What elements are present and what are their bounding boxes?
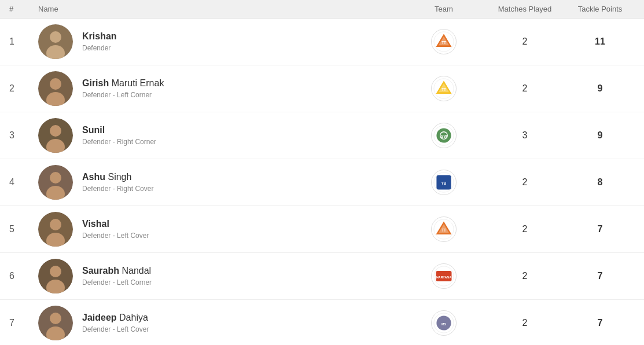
table-row: 1 Krishan Defender TT 2 11 — [0, 19, 644, 65]
matches-played-value: 2 — [484, 177, 565, 188]
player-info: Jaideep Dahiya Defender - Left Cover — [82, 313, 403, 333]
team-logo-circle: MS — [431, 310, 457, 336]
team-logo: TT — [403, 216, 484, 242]
team-logo: HARYANA — [403, 263, 484, 289]
player-position: Defender - Left Cover — [82, 325, 403, 333]
player-rank: 1 — [9, 36, 38, 47]
matches-played-value: 2 — [484, 83, 565, 94]
player-name: Girish Maruti Ernak — [82, 78, 403, 89]
avatar — [38, 165, 73, 200]
matches-played-value: 2 — [484, 224, 565, 234]
svg-text:YB: YB — [441, 181, 447, 185]
player-position: Defender - Right Corner — [82, 138, 403, 146]
table-header: # Name Team Matches Played Tackle Points — [0, 0, 644, 19]
player-rank: 6 — [9, 271, 38, 281]
team-logo-circle: HARYANA — [431, 263, 457, 289]
svg-point-41 — [50, 313, 61, 324]
player-rank: 5 — [9, 224, 38, 234]
avatar — [38, 259, 73, 293]
svg-text:HARYANA: HARYANA — [436, 276, 451, 279]
svg-point-28 — [50, 219, 61, 230]
player-info: Saurabh Nandal Defender - Left Corner — [82, 266, 403, 287]
table-row: 3 Sunil Defender - Right Corner GW 3 9 — [0, 112, 644, 159]
team-logo-circle: YB — [431, 170, 457, 195]
avatar — [38, 212, 73, 247]
avatar — [38, 306, 73, 340]
player-info: Girish Maruti Ernak Defender - Left Corn… — [82, 78, 403, 99]
player-position: Defender - Left Cover — [82, 232, 403, 240]
player-name: Sunil — [82, 125, 403, 135]
player-name: Krishan — [82, 31, 403, 42]
team-logo-circle: TT — [431, 76, 457, 101]
svg-text:TT: TT — [441, 41, 446, 45]
svg-point-1 — [50, 31, 61, 43]
player-position: Defender - Left Corner — [82, 278, 403, 287]
table-row: 6 Saurabh Nandal Defender - Left Corner … — [0, 253, 644, 300]
avatar — [38, 24, 73, 59]
player-position: Defender — [82, 44, 403, 52]
tackle-points-value: 7 — [565, 271, 635, 281]
matches-played-value: 2 — [484, 318, 565, 328]
player-position: Defender - Right Cover — [82, 185, 403, 193]
tackle-points-value: 7 — [565, 318, 635, 328]
svg-point-8 — [50, 78, 61, 90]
leaderboard-table: # Name Team Matches Played Tackle Points… — [0, 0, 644, 345]
svg-text:TT: TT — [441, 228, 446, 232]
header-name: Name — [38, 5, 403, 13]
header-matches: Matches Played — [484, 5, 565, 13]
matches-played-value: 3 — [484, 130, 565, 141]
tackle-points-value: 11 — [565, 36, 635, 47]
table-row: 5 Vishal Defender - Left Cover TT 2 7 — [0, 206, 644, 253]
svg-text:GW: GW — [441, 134, 447, 138]
team-logo: GW — [403, 123, 484, 148]
player-name: Vishal — [82, 219, 403, 229]
table-row: 4 Ashu Singh Defender - Right Cover YB 2… — [0, 159, 644, 206]
player-info: Ashu Singh Defender - Right Cover — [82, 172, 403, 193]
player-info: Sunil Defender - Right Corner — [82, 125, 403, 146]
player-name: Saurabh Nandal — [82, 266, 403, 276]
team-logo: TT — [403, 29, 484, 54]
matches-played-value: 2 — [484, 36, 565, 47]
svg-point-35 — [50, 266, 61, 277]
player-rank: 4 — [9, 177, 38, 188]
tackle-points-value: 7 — [565, 224, 635, 234]
avatar — [38, 71, 73, 106]
header-team: Team — [403, 5, 484, 13]
player-rank: 7 — [9, 318, 38, 328]
svg-text:MS: MS — [441, 322, 446, 326]
team-logo: MS — [403, 310, 484, 336]
team-logo-circle: GW — [431, 123, 457, 148]
svg-point-15 — [50, 125, 61, 137]
svg-text:TT: TT — [441, 87, 446, 91]
player-name: Ashu Singh — [82, 172, 403, 182]
team-logo-circle: TT — [431, 216, 457, 242]
tackle-points-value: 8 — [565, 177, 635, 188]
player-position: Defender - Left Corner — [82, 91, 403, 99]
matches-played-value: 2 — [484, 271, 565, 281]
tackle-points-value: 9 — [565, 83, 635, 94]
avatar — [38, 118, 73, 153]
player-list: 1 Krishan Defender TT 2 11 2 — [0, 19, 644, 345]
team-logo-circle: TT — [431, 29, 457, 54]
player-name: Jaideep Dahiya — [82, 313, 403, 323]
player-info: Vishal Defender - Left Cover — [82, 219, 403, 240]
player-rank: 3 — [9, 130, 38, 141]
header-tackle: Tackle Points — [565, 5, 635, 13]
header-rank: # — [9, 5, 38, 13]
team-logo: YB — [403, 170, 484, 195]
player-rank: 2 — [9, 83, 38, 94]
table-row: 2 Girish Maruti Ernak Defender - Left Co… — [0, 65, 644, 112]
table-row: 7 Jaideep Dahiya Defender - Left Cover M… — [0, 300, 644, 345]
player-info: Krishan Defender — [82, 31, 403, 52]
team-logo: TT — [403, 76, 484, 101]
tackle-points-value: 9 — [565, 130, 635, 141]
svg-point-22 — [50, 172, 61, 183]
